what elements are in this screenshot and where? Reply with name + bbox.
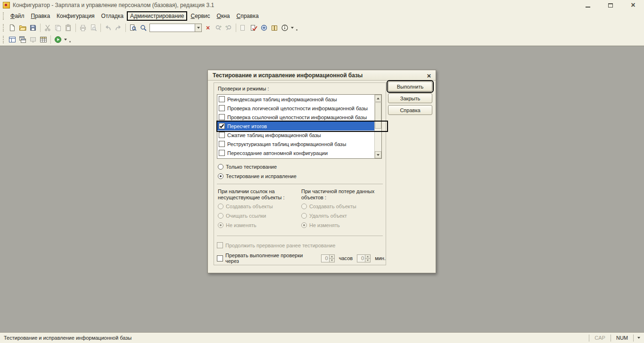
maximize-icon bbox=[608, 3, 613, 8]
dialog-testing-and-repair: Тестирование и исправление информационно… bbox=[207, 70, 436, 273]
toolbar-separator bbox=[236, 24, 236, 32]
documents-icon[interactable] bbox=[238, 23, 248, 33]
check-item-restructure-tables[interactable]: Реструктуризация таблиц информационной б… bbox=[217, 139, 374, 148]
menu-item-file[interactable]: Файл bbox=[7, 11, 28, 21]
check-item-label: Реиндексация таблиц информационной базы bbox=[227, 97, 337, 102]
scroll-down-button[interactable] bbox=[375, 151, 381, 158]
check-item-reindex[interactable]: Реиндексация таблиц информационной базы bbox=[217, 95, 374, 104]
check-item-label: Реструктуризация таблиц информационной б… bbox=[227, 141, 346, 147]
open-icon[interactable] bbox=[17, 23, 28, 33]
redo-icon[interactable] bbox=[113, 23, 124, 33]
check-configuration-icon[interactable] bbox=[248, 23, 259, 33]
checkbox-icon[interactable] bbox=[219, 96, 225, 102]
check-item-label: Сжатие таблиц информационной базы bbox=[227, 132, 321, 138]
help-button[interactable]: Справка bbox=[388, 105, 432, 115]
check-item-reference-integrity[interactable]: Проверка ссылочной целостности информаци… bbox=[217, 113, 374, 122]
menu-item-debug[interactable]: Отладка bbox=[98, 11, 127, 21]
checkbox-icon[interactable] bbox=[219, 105, 225, 111]
menu-item-administration[interactable]: Администрирование bbox=[127, 11, 187, 21]
check-item-label: Пересоздание автономной конфигурации bbox=[227, 150, 328, 156]
cut-icon[interactable] bbox=[42, 23, 53, 33]
minimize-icon bbox=[586, 7, 590, 8]
radio-icon bbox=[218, 164, 223, 170]
checkbox-icon[interactable] bbox=[219, 141, 225, 147]
toolbar-dropdown-icon[interactable] bbox=[290, 27, 295, 29]
toolbar-overflow-dot bbox=[296, 29, 297, 31]
list-scrollbar[interactable] bbox=[374, 95, 381, 158]
radio-label: Создавать объекты bbox=[226, 204, 273, 209]
dialog-close-button[interactable]: × bbox=[425, 72, 433, 79]
radio-test-only[interactable]: Только тестирование bbox=[218, 164, 277, 170]
radio-label: Только тестирование bbox=[226, 164, 277, 170]
check-item-compress-tables[interactable]: Сжатие таблиц информационной базы bbox=[217, 131, 374, 139]
dialog-titlebar[interactable]: Тестирование и исправление информационно… bbox=[208, 70, 436, 81]
radio-test-and-repair[interactable]: Тестирование и исправление bbox=[218, 173, 297, 179]
check-item-label: Проверка логической целостности информац… bbox=[227, 106, 368, 111]
check-item-label: Проверка ссылочной целостности информаци… bbox=[227, 114, 367, 120]
checkbox-icon[interactable] bbox=[219, 132, 225, 138]
config-toolbar-grip[interactable] bbox=[3, 36, 5, 43]
find-icon[interactable] bbox=[128, 23, 138, 33]
save-icon[interactable] bbox=[28, 23, 38, 33]
close-button[interactable]: × bbox=[629, 1, 637, 9]
hours-up-button bbox=[329, 254, 335, 259]
find-previous-icon[interactable] bbox=[223, 23, 234, 33]
check-item-recalc-totals[interactable]: Пересчет итогов bbox=[217, 122, 374, 131]
undo-icon[interactable] bbox=[103, 23, 113, 33]
menu-item-edit[interactable]: Правка bbox=[28, 11, 54, 21]
menu-item-windows[interactable]: Окна bbox=[214, 11, 233, 21]
clear-search-icon[interactable]: × bbox=[203, 23, 213, 33]
help-book-icon[interactable] bbox=[269, 23, 280, 33]
maximize-button[interactable] bbox=[606, 1, 615, 9]
open-module-icon[interactable] bbox=[259, 23, 269, 33]
statusbar-dropdown-button[interactable] bbox=[634, 333, 644, 343]
configuration-window-icon[interactable] bbox=[7, 35, 17, 44]
radio-label: Не изменять bbox=[309, 222, 340, 228]
hours-down-button bbox=[329, 259, 335, 262]
copy-icon[interactable] bbox=[53, 23, 63, 33]
checkbox-icon[interactable] bbox=[217, 255, 223, 261]
print-icon[interactable] bbox=[78, 23, 88, 33]
new-document-icon[interactable] bbox=[7, 23, 17, 33]
table-icon[interactable] bbox=[38, 35, 49, 44]
check-item-logical-integrity[interactable]: Проверка логической целостности информац… bbox=[217, 104, 374, 113]
checks-group-label: Проверки и режимы : bbox=[218, 86, 269, 91]
zoom-icon[interactable] bbox=[138, 23, 149, 33]
checkbox-interrupt-after[interactable]: Прервать выполнение проверки через 0 час… bbox=[217, 253, 386, 264]
radio-label: Тестирование и исправление bbox=[226, 173, 297, 179]
menubar-grip[interactable] bbox=[3, 12, 5, 20]
num-lock-indicator: NUM bbox=[611, 335, 633, 341]
minutes-up-button bbox=[365, 254, 371, 259]
menu-item-service[interactable]: Сервис bbox=[187, 11, 213, 21]
menubar: Файл Правка Конфигурация Отладка Админис… bbox=[0, 10, 644, 22]
minimize-button[interactable] bbox=[584, 1, 592, 9]
start-debugging-icon[interactable] bbox=[53, 35, 63, 44]
search-dropdown-button[interactable] bbox=[195, 24, 202, 32]
find-next-icon[interactable] bbox=[213, 23, 223, 33]
checkbox-checked-icon[interactable] bbox=[219, 123, 225, 129]
scrollbar-thumb[interactable] bbox=[375, 102, 381, 129]
titlebar: Конфигуратор - Зарплата и управление пер… bbox=[0, 0, 644, 10]
close-dialog-button[interactable]: Закрыть bbox=[388, 93, 432, 103]
check-item-recreate-standalone[interactable]: Пересоздание автономной конфигурации bbox=[217, 148, 374, 157]
radio-disabled-selected-icon bbox=[301, 222, 307, 228]
cascade-windows-icon[interactable] bbox=[17, 35, 28, 44]
menu-item-help[interactable]: Справка bbox=[233, 11, 262, 21]
data-view-icon[interactable] bbox=[28, 35, 38, 44]
paste-icon[interactable] bbox=[63, 23, 74, 33]
checkbox-icon[interactable] bbox=[219, 150, 225, 156]
main-toolbar-grip[interactable] bbox=[3, 24, 5, 32]
info-icon[interactable] bbox=[280, 23, 290, 33]
checkbox-label: Прервать выполнение проверки через bbox=[225, 253, 317, 264]
menu-item-configuration[interactable]: Конфигурация bbox=[53, 11, 98, 21]
debug-dropdown-icon[interactable] bbox=[63, 39, 68, 41]
configurator-window: Конфигуратор - Зарплата и управление пер… bbox=[0, 0, 644, 343]
statusbar: Тестирование и исправление информационно… bbox=[0, 332, 644, 343]
print-preview-icon[interactable] bbox=[88, 23, 99, 33]
checkbox-icon[interactable] bbox=[219, 114, 225, 120]
hours-value: 0 bbox=[321, 254, 329, 262]
radio-label: Удалять объект bbox=[309, 213, 347, 219]
execute-button[interactable]: Выполнить bbox=[388, 82, 432, 91]
scroll-up-button[interactable] bbox=[375, 95, 381, 102]
search-input[interactable] bbox=[149, 24, 195, 32]
